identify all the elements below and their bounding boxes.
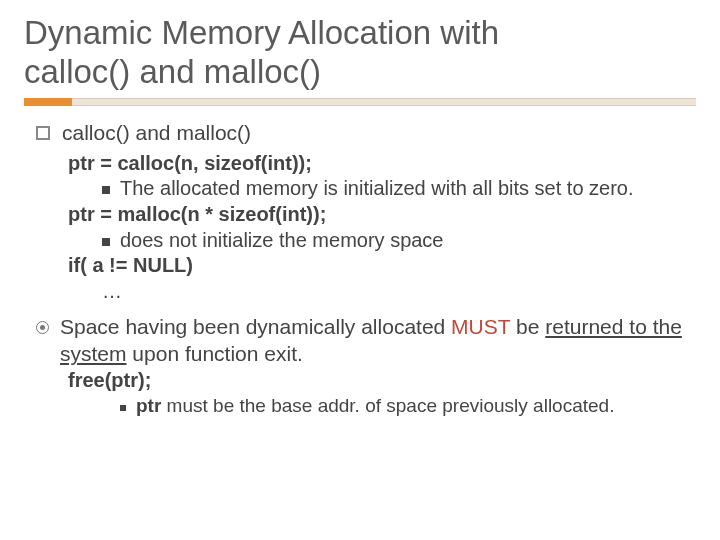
note-calloc-text: The allocated memory is initialized with… [120, 176, 634, 202]
note-malloc: does not initialize the memory space [102, 228, 696, 254]
bullet-heading: calloc() and malloc() [36, 120, 696, 147]
p2b: be [510, 315, 545, 338]
free-paragraph: Space having been dynamically allocated … [60, 314, 696, 368]
square-icon [102, 186, 110, 194]
hollow-square-icon [36, 126, 50, 140]
note-malloc-text: does not initialize the memory space [120, 228, 444, 254]
title-line-2: calloc() and malloc() [24, 53, 321, 90]
heading-text: calloc() and malloc() [62, 120, 251, 147]
note-calloc: The allocated memory is initialized with… [102, 176, 696, 202]
bullet-free-para: Space having been dynamically allocated … [36, 314, 696, 368]
code-malloc: ptr = malloc(n * sizeof(int)); [68, 202, 696, 228]
code-if-null: if( a != NULL) [68, 253, 696, 279]
title-underline [24, 98, 696, 106]
slide-body: calloc() and malloc() ptr = calloc(n, si… [24, 120, 696, 418]
p2d: upon function exit. [127, 342, 303, 365]
target-icon [36, 321, 49, 334]
accent-orange [24, 98, 72, 106]
square-icon [102, 238, 110, 246]
code-ellipsis: … [102, 279, 696, 305]
p2-must: MUST [451, 315, 510, 338]
note3b: must be the base addr. of space previous… [161, 395, 614, 416]
title-line-1: Dynamic Memory Allocation with [24, 14, 499, 51]
accent-tan [72, 98, 696, 106]
slide-title: Dynamic Memory Allocation with calloc() … [24, 14, 696, 92]
note3a: ptr [136, 395, 161, 416]
code-free: free(ptr); [68, 368, 696, 394]
p2a: Space having been dynamically allocated [60, 315, 451, 338]
code-calloc: ptr = calloc(n, sizeof(int)); [68, 151, 696, 177]
small-square-icon [120, 405, 126, 411]
note-free: ptr must be the base addr. of space prev… [120, 394, 696, 418]
note-free-text: ptr must be the base addr. of space prev… [136, 394, 614, 418]
